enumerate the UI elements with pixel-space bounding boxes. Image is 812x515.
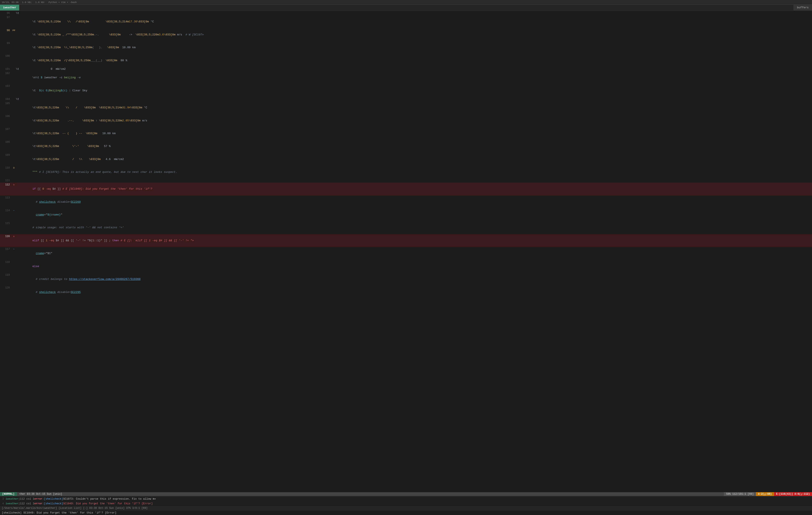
loc-plugin-4: [shellcheck] (44, 502, 63, 506)
topbar-mem1: 1.0 kB; (22, 1, 32, 4)
line-num-118: 118 (1, 260, 12, 264)
code-line-114: 114 - cname="${cname}" (0, 209, 812, 221)
code-line-99: 99 \t \033[38;5;226m \\_\033[38;5;250m( … (0, 41, 812, 54)
topbar-time: 10/15, 03:38 (2, 1, 19, 4)
code-line-100: 100 \t \033[38;5;226m /(\033[38;5;250m__… (0, 54, 812, 67)
code-line-112: 112 ☒ if [[ 0 -eq $# ]] # E [SC1049]: Di… (0, 183, 812, 195)
line-content-106: \t\033[38;5;226m .--. \033[0m ↑ \033[38;… (16, 114, 811, 127)
code-line-115: 115 # simple usage: not starts with '-' … (0, 221, 812, 234)
loc-num-4: 4 (1, 502, 5, 506)
loc-sep-4: | (42, 502, 44, 506)
loc-file-3: iweather (5, 497, 18, 501)
buffers-button[interactable]: buffers (793, 5, 812, 10)
loc-file-4: iweather (5, 502, 18, 506)
top-bar: 10/15, 03:38 1.0 kB; 1.0 kB↑ Python • Vi… (0, 0, 812, 5)
line-content-109: \t\033[38;5;226m / \\ \033[0m 4.6 mW/cm2 (16, 153, 811, 166)
status-pos: 58% 112/191:1 [69] (724, 492, 756, 496)
line-num-97: 97 (1, 16, 12, 20)
code-line-118: 118 else (0, 260, 812, 273)
code-line-105: 105 \t\033[38;5;226m \\ / \033[0m \033[3… (0, 101, 812, 114)
line-content-112: if [[ 0 -eq $# ]] # E [SC1049]: Did you … (16, 183, 811, 195)
line-content-114: cname="${cname}" (16, 209, 811, 221)
line-content-108: \t\033[38;5;226m \'-' \033[0m 57 % (16, 140, 811, 153)
code-line-107: 107 \t\033[38;5;226m -- ( ) -- \033[0m 1… (0, 127, 812, 140)
code-line-113: 113 # shellcheck disable=SC2269 (0, 196, 812, 209)
tab-bar: iweather buffers (0, 5, 812, 11)
line-num-108: 108 (1, 140, 12, 144)
code-area: 96 \t 97 \t \033[38;5;226m \\ /\033[0m \… (0, 11, 812, 492)
line-sign-98: PP (12, 29, 16, 32)
status-file: <her 03:38 Oct-15 Sun [unix] (17, 492, 724, 496)
loc-pos-3: |112 col 1 (18, 497, 34, 501)
loc-row-4: 4 iweather |112 col 1 error | [shellchec… (0, 502, 812, 506)
line-content-118: else (16, 260, 811, 273)
line-content-107: \t\033[38;5;226m -- ( ) -- \033[0m 10.00… (16, 127, 811, 140)
line-content-96: \t (16, 11, 811, 16)
tab-iweather[interactable]: iweather (0, 5, 19, 10)
line-content-100: \t \033[38;5;226m /(\033[38;5;250m___(__… (16, 54, 811, 67)
code-line-120: 120 # shellcheck disable=SC2295 (0, 286, 812, 298)
terminal: 10/15, 03:38 1.0 kB; 1.0 kB↑ Python • Vi… (0, 0, 812, 515)
code-line-106: 106 \t\033[38;5;226m .--. \033[0m ↑ \033… (0, 114, 812, 127)
cmd-line-text: [shellcheck] SC1049: Did you forget the … (2, 511, 116, 514)
line-num-113: 113 (1, 196, 12, 200)
line-sign-116: ☒ (12, 235, 16, 238)
line-content-105: \t\033[38;5;226m \\ / \033[0m \033[38;5;… (16, 101, 811, 114)
loc-type-3: error (34, 497, 42, 501)
line-num-103: 103 (1, 84, 12, 88)
line-content-97: \t \033[38;5;226m \\ /\033[0m \033[38;5;… (16, 16, 811, 28)
line-content-120: # shellcheck disable=SC2295 (16, 286, 811, 298)
loc-msg-4: SC1049: Did you forget the 'then' for th… (63, 502, 153, 506)
main-content: 96 \t 97 \t \033[38;5;226m \\ /\033[0m \… (0, 11, 812, 515)
code-line-108: 108 \t\033[38;5;226m \'-' \033[0m 57 % (0, 140, 812, 153)
line-num-101: 101 (1, 67, 12, 71)
code-line-96: 96 \t (0, 11, 812, 16)
line-num-112: 112 (1, 183, 12, 187)
line-content-99: \t \033[38;5;226m \\_\033[38;5;250m( ). … (16, 41, 811, 54)
loc-num-3: 3 (1, 497, 5, 501)
line-num-116: 116 (1, 235, 12, 239)
line-num-115: 115 (1, 221, 12, 225)
line-content-103: \t $(c G)Beijing$(c) : Clear Sky (16, 84, 811, 97)
cmd-line: [shellcheck] SC1049: Did you forget the … (0, 510, 812, 515)
bottom-status-text: [/Users/marslo/.marslo/bin/iweather] [Lo… (2, 507, 148, 510)
code-line-97: 97 \t \033[38;5;226m \\ /\033[0m \033[38… (0, 16, 812, 28)
topbar-tools: Python • Vim • -bash (49, 1, 77, 4)
code-line-104: 104 \t (0, 97, 812, 101)
line-content-115: # simple usage: not starts with '-' && n… (16, 221, 811, 234)
loc-row-3: 3 iweather |112 col 1 error | [shellchec… (0, 497, 812, 502)
main-status-bar: [NORMAL] <her 03:38 Oct-15 Sun [unix] 58… (0, 492, 812, 496)
code-line-109: 109 \t\033[38;5;226m / \\ \033[0m 4.6 mW… (0, 153, 812, 166)
line-num-117: 117 (1, 247, 12, 251)
line-content-102: \n\t $ iweather -c beijing -v (16, 71, 811, 84)
status-warn: ö:2(╔:98) (756, 492, 774, 496)
line-sign-114: - (12, 209, 16, 213)
line-num-109: 109 (1, 153, 12, 157)
code-line-117: 117 - cname="$1" (0, 247, 812, 260)
line-content-101: \t 0 mW/cm2 (16, 67, 811, 71)
status-err: E:[116(#2)] ö:6(╔:112) (774, 492, 812, 496)
line-num-98: 98 (1, 29, 12, 33)
line-num-105: 105 (1, 102, 12, 106)
line-content-119: # credit belongs to https://stackoverflo… (16, 273, 811, 286)
loc-type-4: error (34, 502, 42, 506)
loc-sep-3: | (42, 497, 44, 501)
line-content-117: cname="$1" (16, 247, 811, 260)
loc-pos-4: |112 col 1 (18, 502, 34, 506)
line-num-99: 99 (1, 42, 12, 46)
code-line-116: 116 ☒ elif [[ 1 -eq $# ]] && [[ '-' != "… (0, 234, 812, 247)
code-line-101: 101 \t 0 mW/cm2 (0, 67, 812, 71)
loc-plugin-3: [shellcheck] (44, 497, 63, 501)
line-num-106: 106 (1, 114, 12, 118)
line-content-104: \t (16, 97, 811, 101)
line-sign-110: ö (12, 166, 16, 170)
code-line-103: 103 \t $(c G)Beijing$(c) : Clear Sky (0, 84, 812, 97)
line-num-119: 119 (1, 273, 12, 277)
code-line-98: 98 PP \t \033[38;5;226m _ /""\033[38;5;2… (0, 28, 812, 41)
code-line-110: 110 ö """ # I [SC1079]: This is actually… (0, 166, 812, 179)
line-num-96: 96 (1, 11, 12, 16)
topbar-mem2: 1.0 kB↑ (35, 1, 45, 4)
code-line-102: 102 \n\t $ iweather -c beijing -v (0, 71, 812, 84)
code-line-111: 111 (0, 179, 812, 183)
line-content-116: elif [[ 1 -eq $# ]] && [[ '-' != "${1::1… (16, 234, 811, 247)
